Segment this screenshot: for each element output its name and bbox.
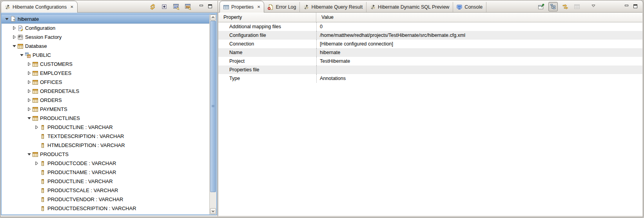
add-icon [161,4,167,10]
tree-item-label: CUSTOMERS [40,61,73,67]
table-icon [32,79,38,85]
scroll-down-icon[interactable] [210,208,216,214]
tree-item-productline-varchar[interactable]: PRODUCTLINE : VARCHAR [2,177,216,186]
show-advanced-button [573,2,581,11]
tree-item-offices[interactable]: OFFICES [2,78,216,87]
tree-item-label: Configuration [25,25,55,31]
expand-arrow-icon[interactable] [34,160,40,167]
expand-arrow-icon[interactable] [26,61,32,67]
tree-item-orderdetails[interactable]: ORDERDETAILS [2,87,216,96]
tree-item-textdescription-varchar[interactable]: TEXTDESCRIPTION : VARCHAR [2,132,216,141]
show-tree-button[interactable] [548,2,558,11]
collapse-arrow-icon[interactable] [11,43,17,49]
tree-indent [34,187,40,194]
column-header-value[interactable]: Value [316,15,334,20]
tree-item-hibernate[interactable]: hibernate [2,15,216,24]
expand-arrow-icon[interactable] [11,25,17,31]
tree-item-productcode-varchar[interactable]: PRODUCTCODE : VARCHAR [2,159,216,168]
tree-scrollbar[interactable] [209,15,216,214]
tab-hibernate-query-result[interactable]: Hibernate Query Result [300,2,366,12]
column-header-property[interactable]: Property [218,13,316,22]
property-value: [Hibernate configured connection] [316,40,642,48]
tab-properties[interactable]: Properties✕ [220,1,264,13]
table-icon [32,151,38,158]
filter-button[interactable] [561,2,570,11]
tree-item-customers[interactable]: CUSTOMERS [2,60,216,69]
scroll-up-icon[interactable] [210,15,216,20]
tab-console[interactable]: Console [453,2,486,12]
tab-label: Properties [231,4,254,10]
tree-mode-icon [550,4,556,10]
maximize-icon [633,4,639,10]
collapse-arrow-icon[interactable] [4,16,10,22]
minimize-button[interactable] [198,3,205,10]
property-name: Properties file [218,67,316,73]
tree-item-productdescription-varchar[interactable]: PRODUCTDESCRIPTION : VARCHAR [2,204,216,213]
tab-hibernate-configurations[interactable]: Hibernate Configurations ✕ [1,1,78,13]
expand-arrow-icon[interactable] [26,88,32,94]
tree-item-productscale-varchar[interactable]: PRODUCTSCALE : VARCHAR [2,186,216,195]
maximize-button[interactable] [632,3,639,10]
tree-item-products[interactable]: PRODUCTS [2,150,216,159]
tree-item-payments[interactable]: PAYMENTS [2,105,216,114]
tree-item-productline-varchar[interactable]: PRODUCTLINE : VARCHAR [2,123,216,132]
tree-item-productvendor-varchar[interactable]: PRODUCTVENDOR : VARCHAR [2,195,216,204]
tab-error-log[interactable]: Error Log [264,2,300,12]
tree-item-configuration[interactable]: Configuration [2,24,216,33]
tree-item-employees[interactable]: EMPLOYEES [2,69,216,78]
minimize-button[interactable] [624,3,631,10]
property-row-connection[interactable]: Connection[Hibernate configured connecti… [218,40,642,48]
open-hql-editor-button[interactable]: HQL [172,2,180,11]
close-icon[interactable]: ✕ [70,5,73,9]
property-row-name[interactable]: Namehibernate [218,48,642,57]
tree-item-session-factory[interactable]: Session Factory [2,33,216,42]
property-row-configuration-file[interactable]: Configuration file/home/matthew/redhat/p… [218,31,642,40]
expand-arrow-icon[interactable] [34,124,40,131]
schema-icon [25,52,31,58]
close-icon[interactable]: ✕ [257,5,260,9]
table-icon [32,115,38,122]
tree-item-orders[interactable]: ORDERS [2,96,216,105]
property-row-type[interactable]: TypeAnnotations [218,74,642,83]
property-value: 0 [316,22,642,31]
hibernate-swirl-icon [303,4,309,10]
tree-item-database[interactable]: Database [2,42,216,51]
tree-item-label: PRODUCTNAME : VARCHAR [47,169,116,175]
pin-view-button[interactable] [537,2,545,11]
left-view-toolbar: HQL CRI [148,2,192,11]
tree-item-htmldescription-varchar[interactable]: HTMLDESCRIPTION : VARCHAR [2,141,216,150]
property-row-properties-file[interactable]: Properties file [218,65,642,74]
tree-item-productname-varchar[interactable]: PRODUCTNAME : VARCHAR [2,168,216,177]
hibernate-swirl-icon [370,4,376,10]
add-configuration-button[interactable] [160,2,169,11]
left-window-buttons [198,2,214,11]
tree-indent [34,142,40,149]
tree-item-label: PRODUCTVENDOR : VARCHAR [47,196,123,202]
property-row-additional-mapping-files[interactable]: Additional mapping files0 [218,22,642,31]
expand-arrow-icon[interactable] [26,106,32,113]
tree-item-public[interactable]: PUBLIC [2,51,216,60]
table-icon [32,97,38,104]
refresh-button[interactable] [148,2,157,11]
hibernate-config-icon [10,16,16,22]
table-disabled-icon [574,4,580,10]
tab-hibernate-dynamic-sql-preview[interactable]: Hibernate Dynamic SQL Preview [366,2,453,12]
scrollbar-thumb[interactable] [210,21,216,192]
tree-item-label: PRODUCTSCALE : VARCHAR [47,187,118,193]
collapse-arrow-icon[interactable] [19,52,25,58]
expand-arrow-icon[interactable] [26,70,32,76]
tree-item-label: ORDERDETAILS [40,88,79,94]
collapse-arrow-icon[interactable] [26,115,32,122]
expand-arrow-icon[interactable] [11,34,17,40]
maximize-button[interactable] [207,3,214,10]
property-row-project[interactable]: ProjectTestHibernate [218,57,642,65]
expand-arrow-icon[interactable] [26,97,32,104]
open-criteria-editor-button[interactable]: CRI [183,2,192,11]
tree-item-productlines[interactable]: PRODUCTLINES [2,114,216,123]
collapse-arrow-icon[interactable] [26,151,32,158]
maximize-icon [207,4,214,10]
expand-arrow-icon[interactable] [26,79,32,85]
tree-item-label: PRODUCTDESCRIPTION : VARCHAR [47,205,136,211]
view-menu-button[interactable] [590,2,599,11]
tree-item-quantityinstock-smallint[interactable]: QUANTITYINSTOCK : SMALLINT [2,213,216,215]
